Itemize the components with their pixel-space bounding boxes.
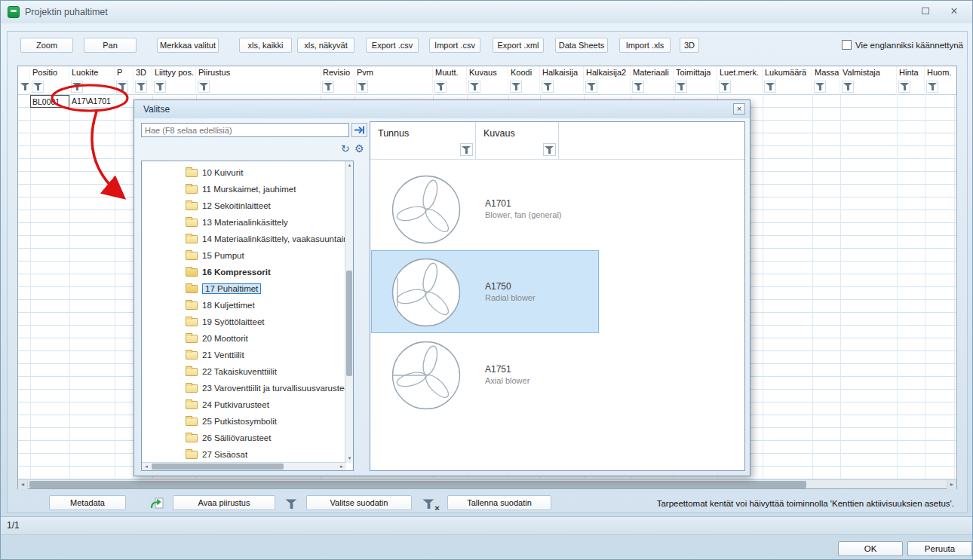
tree-item[interactable]: 15 Pumput	[142, 247, 353, 264]
tree-item[interactable]: 13 Materiaalinkäsittely	[142, 214, 353, 231]
search-go-button[interactable]	[351, 123, 367, 137]
cell-luokite[interactable]: A17\A1701	[70, 95, 115, 108]
metadata-button[interactable]: Metadata	[49, 495, 126, 510]
column-header-luet-merk[interactable]: Luet.merk.	[717, 66, 763, 95]
filter-button[interactable]	[814, 81, 826, 93]
column-header-pvm[interactable]: Pvm	[355, 66, 433, 95]
filter-button[interactable]	[632, 81, 644, 93]
filter-button[interactable]	[71, 81, 83, 93]
results-column-kuvaus[interactable]: Kuvaus	[483, 128, 515, 139]
column-header-lukumaara[interactable]: Lukumäärä	[763, 66, 812, 95]
table-horizontal-scrollbar[interactable]: ◄ ►	[18, 479, 956, 488]
export-csv-button[interactable]: Export .csv	[366, 38, 419, 53]
tree-item-selected[interactable]: 17 Puhaltimet	[142, 280, 353, 297]
dialog-close-button[interactable]: ×	[733, 103, 745, 115]
column-header-huom[interactable]: Huom.	[925, 66, 954, 95]
tree-item[interactable]: 10 Kuivurit	[142, 164, 353, 181]
column-header-muutt[interactable]: Muutt.	[433, 66, 467, 95]
column-header-kuvaus[interactable]: Kuvaus	[467, 66, 508, 95]
scroll-left-icon[interactable]: ◄	[18, 480, 28, 489]
pan-button[interactable]: Pan	[84, 38, 137, 53]
scrollbar-thumb[interactable]	[29, 481, 806, 488]
export-english-checkbox[interactable]	[842, 40, 852, 50]
scroll-left-icon[interactable]: ◄	[142, 463, 151, 471]
column-header-3d[interactable]: 3D	[134, 66, 152, 95]
zoom-button[interactable]: Zoom	[20, 38, 73, 53]
column-header-koodi[interactable]: Koodi	[508, 66, 540, 95]
filter-button[interactable]	[460, 143, 473, 156]
result-item-a1701[interactable]: A1701 Blower, fan (general)	[371, 167, 599, 250]
result-item-a1750-selected[interactable]: A1750 Radial blower	[371, 250, 599, 333]
column-header-valmistaja[interactable]: Valmistaja	[840, 66, 897, 95]
filter-button[interactable]	[32, 81, 44, 93]
column-header-materiaali[interactable]: Materiaali	[631, 66, 674, 95]
column-header-revisio[interactable]: Revisio	[321, 66, 355, 95]
maximize-button[interactable]	[915, 4, 936, 19]
filter-button[interactable]	[764, 81, 776, 93]
xls-all-button[interactable]: xls, kaikki	[239, 38, 292, 53]
tree-horizontal-scrollbar[interactable]: ◄ ►	[142, 462, 346, 470]
import-csv-button[interactable]: Import .csv	[429, 38, 480, 53]
tree-item[interactable]: 21 Venttiilit	[142, 347, 353, 363]
export-xml-button[interactable]: Export .xml	[493, 38, 544, 53]
tree-item[interactable]: 22 Takaiskuventtiilit	[142, 363, 353, 380]
filter-button[interactable]	[675, 81, 687, 93]
tree-item[interactable]: 14 Materiaalinkäsittely, vaakasuuntain	[142, 231, 353, 247]
filter-button[interactable]	[116, 81, 128, 93]
search-input[interactable]	[141, 123, 349, 137]
dialog-title-bar[interactable]: Valitse ×	[134, 100, 750, 118]
xls-visible-button[interactable]: xls, näkyvät	[297, 38, 355, 53]
filter-button[interactable]	[842, 81, 854, 93]
column-header-luokite[interactable]: Luokite	[69, 66, 115, 95]
filter-button[interactable]	[198, 81, 210, 93]
column-header-halkaisija[interactable]: Halkaisija	[540, 66, 584, 95]
tree-item[interactable]: 26 Säiliövarusteet	[142, 430, 353, 446]
scroll-down-icon[interactable]: ▼	[345, 454, 354, 463]
tree-item[interactable]: 27 Sisäosat	[142, 446, 353, 463]
tree-item[interactable]: 20 Moottorit	[142, 330, 353, 347]
scroll-right-icon[interactable]: ►	[337, 463, 346, 471]
data-sheets-button[interactable]: Data Sheets	[555, 38, 608, 53]
column-header-toimittaja[interactable]: Toimittaja	[674, 66, 717, 95]
scrollbar-thumb[interactable]	[346, 271, 352, 376]
column-header-massa[interactable]: Massa	[812, 66, 840, 95]
tree-item[interactable]: 18 Kuljettimet	[142, 297, 353, 314]
filter-button[interactable]	[898, 81, 910, 93]
settings-gear-icon[interactable]: ⚙	[355, 142, 364, 155]
cell-positio[interactable]: BL0001	[30, 95, 69, 108]
column-header-p[interactable]: P	[115, 66, 134, 95]
save-filter-button[interactable]: Tallenna suodatin	[447, 495, 551, 510]
column-header-liittyy-pos[interactable]: Liittyy pos.	[152, 66, 196, 95]
open-drawing-button[interactable]: Avaa piirustus	[173, 495, 275, 510]
filter-button[interactable]	[926, 81, 938, 93]
cancel-button[interactable]: Peruuta	[907, 541, 972, 556]
filter-button[interactable]	[154, 81, 166, 93]
tree-item[interactable]: 23 Varoventtiilit ja turvallisuusvaruste…	[142, 380, 353, 396]
checkout-arrow-icon[interactable]	[149, 497, 164, 513]
column-header-hinta[interactable]: Hinta	[897, 66, 925, 95]
ok-button[interactable]: OK	[838, 541, 903, 556]
tree-item[interactable]: 25 Putkistosymbolit	[142, 413, 353, 430]
column-header-piirustus[interactable]: Piirustus	[196, 66, 321, 95]
column-header-halkaisija2[interactable]: Halkaisija2	[584, 66, 631, 95]
filter-button[interactable]	[434, 81, 447, 93]
close-button[interactable]: ×	[944, 4, 965, 19]
tree-item[interactable]: 11 Murskaimet, jauhimet	[142, 181, 353, 197]
refresh-icon[interactable]: ↻	[341, 142, 350, 155]
import-xls-button[interactable]: Import .xls	[619, 38, 671, 53]
result-item-a1751[interactable]: A1751 Axial blower	[371, 333, 599, 416]
filter-button[interactable]	[543, 143, 556, 156]
filter-button[interactable]	[356, 81, 368, 93]
tree-item[interactable]: 24 Putkivarusteet	[142, 396, 353, 413]
filter-button[interactable]	[135, 81, 147, 93]
results-column-tunnus[interactable]: Tunnus	[378, 128, 409, 139]
scroll-up-icon[interactable]: ▲	[345, 161, 354, 170]
tree-vertical-scrollbar[interactable]: ▲ ▼	[345, 161, 353, 463]
filter-button[interactable]	[719, 81, 731, 93]
3d-button[interactable]: 3D	[680, 38, 699, 53]
scroll-right-icon[interactable]: ►	[947, 480, 956, 489]
select-filter-button[interactable]: Valitse suodatin	[306, 495, 412, 510]
scrollbar-thumb[interactable]	[152, 464, 284, 470]
filter-button[interactable]	[510, 81, 522, 93]
tree-item[interactable]: 16 Kompressorit	[142, 264, 353, 280]
